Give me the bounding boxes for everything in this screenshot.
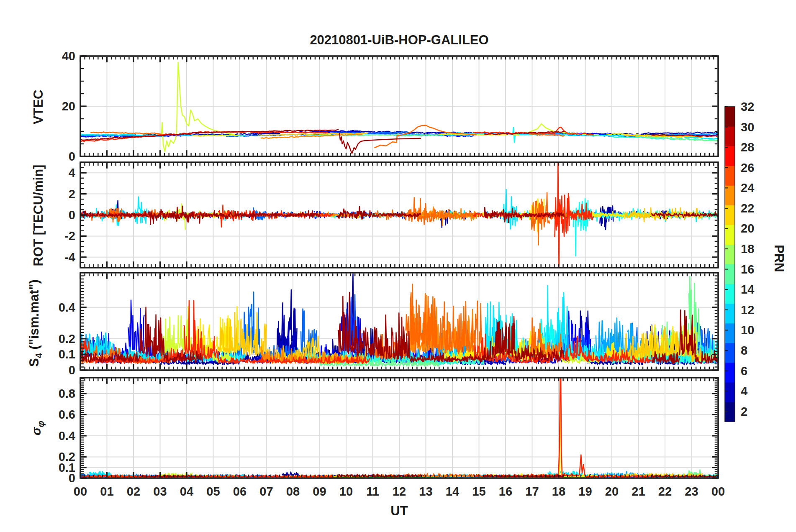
colorbar-band [725, 244, 735, 264]
colorbar-tick-label: 16 [741, 263, 754, 276]
colorbar-band [725, 382, 735, 402]
colorbar-tick-label: 32 [741, 100, 754, 113]
y-tick-label: 0 [69, 363, 75, 377]
y-tick-label: -2 [64, 229, 75, 243]
y-tick-label: 0.1 [59, 348, 75, 361]
x-tick-label: 21 [632, 485, 645, 498]
colorbar-tick-label: 20 [741, 222, 754, 235]
x-tick-label: 16 [499, 485, 512, 498]
panel-s4: 00.10.20.4 [59, 273, 718, 377]
panel-vtec: 02040 [62, 49, 718, 163]
colorbar-band [725, 264, 735, 284]
colorbar-tick-label: 28 [741, 141, 754, 154]
x-tick-label: 22 [658, 485, 672, 498]
x-tick-label: 00 [74, 485, 87, 498]
x-tick-label: 18 [552, 485, 565, 498]
colorbar-tick-label: 30 [741, 120, 754, 134]
y-tick-label: 0 [69, 150, 75, 163]
y-tick-label: 0 [69, 208, 75, 222]
y-tick-label: 0.6 [59, 408, 75, 421]
grid-vtec [80, 56, 718, 156]
x-tick-label: 10 [339, 485, 353, 498]
y-tick-label: 2 [69, 187, 75, 201]
x-tick-label: 00 [711, 485, 725, 498]
colorbar-band [725, 166, 735, 186]
ylabel-s4-main: S [27, 358, 41, 367]
chart-title: 20210801-UiB-HOP-GALILEO [200, 33, 599, 48]
colorbar-tick-label: 18 [741, 242, 754, 256]
ylabel-s4: S4 ("ism.mat") [27, 248, 44, 399]
x-tick-label: 17 [525, 485, 539, 498]
colorbar-tick-label: 6 [741, 364, 747, 378]
colorbar-band [725, 185, 735, 205]
y-tick-label: 0.2 [59, 332, 75, 345]
colorbar-tick-label: 24 [741, 181, 754, 194]
x-tick-label: 13 [419, 485, 432, 498]
y-tick-label: 20 [62, 100, 75, 113]
y-tick-label: -4 [64, 251, 75, 264]
colorbar-band [725, 284, 735, 304]
x-tick-label: 15 [472, 485, 485, 498]
ylabel-s4-sub: 4 [33, 353, 44, 358]
ylabel-sigma-sub: φ [36, 421, 46, 427]
colorbar-tick-label: 10 [741, 323, 754, 337]
x-tick-label: 14 [446, 485, 459, 498]
x-tick-label: 08 [286, 485, 300, 498]
colorbar-band [725, 304, 735, 324]
plot-svg: 02040-4-202400.10.20.400.10.20.40.60.800… [0, 0, 796, 532]
ylabel-s4-rest: ("ism.mat") [27, 279, 41, 353]
colorbar-tick-label: 2 [741, 405, 747, 418]
panel-sigma_phi: 00.10.20.40.60.8 [59, 378, 718, 485]
series-line-prn-25 [91, 192, 564, 245]
colorbar: 2468101214161820222426283032 [725, 100, 754, 422]
series-line-prn-21 [439, 385, 697, 477]
ylabel-sigma-phi: σφ [29, 401, 46, 455]
x-tick-label: 03 [153, 485, 167, 498]
colorbar-band [725, 126, 735, 146]
x-tick-label: 20 [605, 485, 619, 498]
y-tick-label: 0.8 [59, 387, 75, 400]
xlabel-ut: UT [378, 504, 420, 519]
x-tick-label: 12 [393, 485, 406, 498]
colorbar-tick-label: 8 [741, 344, 747, 357]
colorbar-band [725, 146, 735, 166]
x-tick-label: 09 [313, 485, 326, 498]
x-tick-label: 07 [259, 485, 273, 498]
y-tick-label: 0.4 [59, 429, 75, 442]
colorbar-label-prn: PRN [771, 235, 786, 281]
colorbar-band [725, 343, 735, 363]
y-tick-label: 4 [69, 166, 75, 179]
panel-rot: -4-2024 [64, 161, 718, 270]
ylabel-sigma-main: σ [29, 427, 43, 435]
x-tick-label: 23 [685, 485, 698, 498]
grid-sigma_phi [80, 378, 718, 478]
x-tick-label: 05 [206, 485, 220, 498]
colorbar-band [725, 363, 735, 383]
colorbar-tick-label: 4 [741, 384, 747, 398]
y-tick-label: 0.2 [59, 450, 75, 463]
y-tick-label: 0.4 [59, 301, 75, 314]
colorbar-band [725, 225, 735, 245]
colorbar-tick-label: 14 [741, 283, 754, 296]
x-tick-label: 02 [127, 485, 140, 498]
x-tick-label: 11 [366, 485, 379, 498]
series-line-prn-27 [80, 378, 652, 477]
colorbar-tick-label: 26 [741, 161, 754, 174]
x-tick-label: 06 [233, 485, 247, 498]
y-tick-label: 40 [62, 49, 75, 63]
colorbar-band [725, 107, 735, 127]
colorbar-tick-label: 12 [741, 303, 754, 317]
colorbar-band [725, 323, 735, 343]
x-tick-label: 04 [180, 485, 193, 498]
series-line-prn-19 [162, 62, 599, 151]
series-line-prn-13 [506, 199, 652, 256]
colorbar-tick-label: 22 [741, 202, 754, 215]
colorbar-band [725, 402, 735, 422]
x-tick-label: 19 [578, 485, 592, 498]
x-tick-label: 01 [100, 485, 113, 498]
figure: 02040-4-202400.10.20.400.10.20.40.60.800… [0, 0, 796, 532]
